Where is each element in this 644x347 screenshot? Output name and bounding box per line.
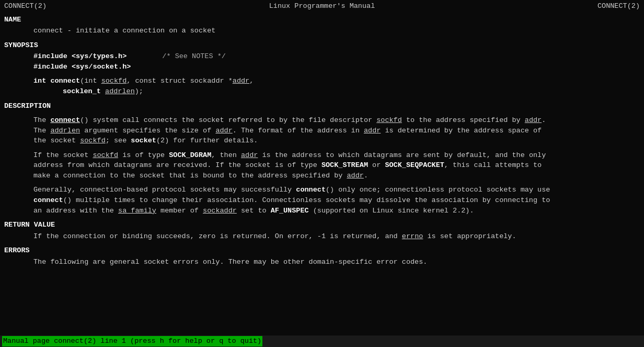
desc-errno: errno xyxy=(402,232,423,240)
manpage-content: CONNECT(2) Linux Programmer's Manual CON… xyxy=(0,0,644,335)
section-name-title: NAME xyxy=(4,15,640,25)
status-bar: Manual page connect(2) line 1 (press h f… xyxy=(0,335,644,347)
description-para3: Generally, connection-based protocol soc… xyxy=(4,185,640,216)
func-int: int xyxy=(33,77,50,85)
description-para1: The connect() system call connects the s… xyxy=(4,115,640,146)
desc-addr2: addr xyxy=(215,127,232,135)
include2-text: #include <sys/socket.h> xyxy=(33,63,131,71)
desc-af-unspec: AF_UNSPEC xyxy=(271,207,309,215)
desc-sock-seqpacket: SOCK_SEQPACKET xyxy=(385,161,444,169)
desc-addr5: addr xyxy=(347,172,364,180)
section-errors-title: ERRORS xyxy=(4,245,640,256)
synopsis-include1: #include <sys/types.h> /* See NOTES */ xyxy=(4,51,640,62)
section-synopsis: SYNOPSIS #include <sys/types.h> /* See N… xyxy=(4,40,640,97)
func-args1: (int sockfd, const struct sockaddr *addr… xyxy=(80,77,254,85)
synopsis-include2: #include <sys/socket.h> xyxy=(4,62,640,72)
desc-socket2: socket xyxy=(131,137,156,144)
header-left: CONNECT(2) xyxy=(4,1,47,12)
section-description: DESCRIPTION The connect() system call co… xyxy=(4,101,640,216)
desc-sockfd2: sockfd xyxy=(80,137,106,144)
manpage-header: CONNECT(2) Linux Programmer's Manual CON… xyxy=(4,1,640,12)
func-socklen: socklen_t xyxy=(63,87,101,95)
desc-connect2: connect xyxy=(296,186,326,194)
return-content: If the connection or binding succeeds, z… xyxy=(4,231,640,242)
description-para2: If the socket sockfd is of type SOCK_DGR… xyxy=(4,150,640,181)
desc-sockfd1: sockfd xyxy=(376,116,402,124)
func-connect: connect xyxy=(50,77,80,85)
section-errors: ERRORS The following are general socket … xyxy=(4,245,640,267)
desc-connect3: connect xyxy=(33,196,63,204)
include1-text: #include <sys/types.h> xyxy=(33,52,126,60)
desc-addrlen1: addrlen xyxy=(50,127,80,135)
func-addrlen: addrlen xyxy=(105,87,135,95)
include1-comment: /* See NOTES */ xyxy=(131,52,226,60)
section-name: NAME connect - initiate a connection on … xyxy=(4,15,640,36)
desc-sock-dgram: SOCK_DGRAM xyxy=(169,151,211,159)
section-return-value: RETURN VALUE If the connection or bindin… xyxy=(4,220,640,241)
section-return-title: RETURN VALUE xyxy=(4,220,640,230)
status-text: Manual page connect(2) line 1 (press h f… xyxy=(2,336,262,346)
desc-addr3: addr xyxy=(364,127,381,135)
desc-connect1: connect xyxy=(50,116,80,124)
desc-sockaddr: sockaddr xyxy=(203,207,237,215)
desc-sock-stream: SOCK_STREAM xyxy=(321,161,368,169)
section-synopsis-title: SYNOPSIS xyxy=(4,40,640,51)
desc-sa-family: sa_family xyxy=(118,207,156,215)
desc-sockfd3: sockfd xyxy=(93,151,118,159)
errors-content: The following are general socket errors … xyxy=(4,257,640,267)
synopsis-func2: socklen_t addrlen); xyxy=(4,86,640,97)
synopsis-func1: int connect(int sockfd, const struct soc… xyxy=(4,76,640,86)
header-center: Linux Programmer's Manual xyxy=(269,1,375,12)
desc-addr1: addr xyxy=(525,116,542,124)
desc-addr4: addr xyxy=(241,151,258,159)
section-description-title: DESCRIPTION xyxy=(4,101,640,111)
header-right: CONNECT(2) xyxy=(597,1,640,12)
section-name-content: connect - initiate a connection on a soc… xyxy=(4,26,640,36)
